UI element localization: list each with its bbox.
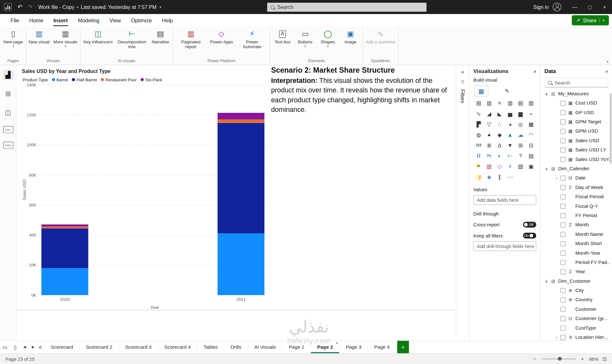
- field-period-fy-pad[interactable]: Period FY Pad...: [544, 258, 612, 267]
- collapse-ribbon-icon[interactable]: ∧: [606, 60, 609, 63]
- page-tab-page-1[interactable]: Page 1: [283, 341, 311, 353]
- field-checkbox[interactable]: [560, 297, 565, 302]
- text-box-button[interactable]: AText box: [271, 28, 294, 45]
- data-table-dim-calender[interactable]: ∨⊞Dim_Calender: [544, 164, 612, 173]
- page-tab-scorecard-2[interactable]: Scorecard 2: [80, 341, 119, 353]
- zoom-out-button[interactable]: −: [532, 356, 537, 362]
- legend-item-restaurant-pour[interactable]: Restaurant Pour: [101, 77, 137, 82]
- menu-tab-file[interactable]: File: [5, 14, 24, 26]
- field-month-year[interactable]: Month-Year: [544, 248, 612, 258]
- azure-map-icon[interactable]: ▲: [505, 130, 515, 139]
- field-checkbox[interactable]: [560, 241, 565, 246]
- field-checkbox[interactable]: [560, 269, 565, 274]
- field-fy-period[interactable]: FY Period: [544, 211, 612, 220]
- stacked-area-chart-icon[interactable]: ◣: [494, 109, 505, 118]
- image-button[interactable]: ▣Image: [339, 28, 362, 45]
- key-influencers-button[interactable]: ◫Key influencers: [81, 28, 114, 45]
- page-tab-tables[interactable]: Tables: [197, 341, 225, 353]
- zoom-slider-thumb[interactable]: [558, 357, 562, 360]
- ribbon-chart-icon[interactable]: ≈: [526, 109, 536, 118]
- page-tab-page-3[interactable]: Page 3: [340, 341, 368, 353]
- field-gp-usd[interactable]: ▦GP USD: [544, 108, 612, 117]
- custom-visual-2-icon[interactable]: ◈: [484, 172, 494, 181]
- decomposition-tree-button[interactable]: ⊢Decomposition tree: [115, 28, 149, 50]
- collapse-data-icon[interactable]: »: [605, 68, 608, 74]
- page-tab-page-4[interactable]: Page 4: [368, 341, 396, 353]
- field-checkbox[interactable]: [560, 213, 565, 218]
- share-button[interactable]: ↗ Share ∨: [572, 15, 609, 25]
- field-checkbox[interactable]: [560, 194, 565, 199]
- arcgis-map-icon[interactable]: ☁: [515, 130, 526, 139]
- page-tab-scorecard-3[interactable]: Scorecard 3: [119, 341, 158, 353]
- sign-in-link[interactable]: Sign in: [533, 4, 549, 10]
- line-and-clustered-column-chart-icon[interactable]: ▆: [515, 109, 526, 118]
- buttons-button[interactable]: ▭Buttons∨: [294, 28, 316, 50]
- field-gpm-usd[interactable]: ▦GPM USD: [544, 127, 612, 136]
- field-sales-usd-ly[interactable]: ▦Sales USD LY: [544, 145, 612, 155]
- pie-chart-icon[interactable]: ◕: [505, 120, 515, 128]
- new-page-button[interactable]: ▯New page∨: [2, 28, 25, 50]
- page-tab-drills[interactable]: Drills: [224, 341, 248, 353]
- report-canvas[interactable]: Sales USD by Year and Product Type Produ…: [16, 65, 456, 340]
- waterfall-chart-icon[interactable]: ▛: [473, 120, 484, 128]
- field-checkbox[interactable]: [560, 147, 565, 152]
- qa-visual-icon[interactable]: ?: [515, 151, 526, 160]
- field-cost-usd[interactable]: ▦Cost USD: [544, 98, 612, 108]
- field-checkbox[interactable]: [560, 138, 565, 143]
- field-fiscal-q-y[interactable]: Fiscal Q-Y: [544, 201, 612, 211]
- add-page-button[interactable]: +: [397, 341, 409, 353]
- field-checkbox[interactable]: [560, 100, 565, 106]
- power-apps-visual-icon[interactable]: ◇: [494, 162, 505, 170]
- get-more-visuals-icon[interactable]: ⋯: [505, 172, 515, 181]
- page-tab-e[interactable]: e: [38, 341, 45, 353]
- global-search[interactable]: [267, 3, 427, 12]
- area-chart-icon[interactable]: ◢: [484, 109, 494, 118]
- bar-segment-half-barrel-2020[interactable]: [41, 228, 88, 268]
- custom-visual-1-icon[interactable]: ◨: [473, 172, 484, 181]
- page-tab-page-2[interactable]: Page 2×: [311, 341, 340, 353]
- chevron-right-icon[interactable]: ›: [555, 335, 558, 339]
- field-checkbox[interactable]: [560, 129, 565, 134]
- field-custtype[interactable]: CustType: [544, 323, 612, 332]
- next-page-icon[interactable]: ▶: [29, 341, 38, 353]
- decomposition-tree-icon[interactable]: ⊢: [505, 151, 515, 160]
- smart-narrative-icon[interactable]: ▤: [526, 151, 536, 160]
- donut-chart-icon[interactable]: ◎: [515, 120, 526, 128]
- cross-report-toggle[interactable]: Off: [523, 222, 536, 228]
- field-checkbox[interactable]: [560, 307, 565, 312]
- line-and-stacked-column-chart-icon[interactable]: ▅: [505, 109, 515, 118]
- dax-query-view-icon[interactable]: DAX: [3, 126, 13, 133]
- card-icon[interactable]: 123: [473, 141, 484, 149]
- values-field-well[interactable]: Add data fields here: [473, 195, 536, 205]
- page-tab-ai-visuals[interactable]: AI Visuals: [248, 341, 283, 353]
- menu-tab-help[interactable]: Help: [157, 14, 178, 26]
- chevron-down-icon[interactable]: ∨: [544, 166, 548, 171]
- field-checkbox[interactable]: [560, 204, 565, 209]
- account-avatar-icon[interactable]: [553, 3, 561, 11]
- power-automate-visual-icon[interactable]: ⚡: [505, 162, 515, 170]
- narrative-button[interactable]: ▤Narrative: [149, 28, 172, 45]
- undo-icon[interactable]: ↶: [15, 4, 25, 11]
- 100-percent-stacked-bar-chart-icon[interactable]: ▤: [515, 99, 526, 107]
- metrics-icon[interactable]: ⚑: [473, 162, 484, 170]
- chevron-right-icon[interactable]: ›: [555, 176, 558, 180]
- scorecard-visual-icon[interactable]: ▧: [515, 162, 526, 170]
- custom-visual-3-icon[interactable]: ∥: [494, 172, 505, 181]
- gauge-icon[interactable]: ◠: [526, 130, 536, 139]
- data-search[interactable]: [544, 78, 608, 88]
- format-visual-tab[interactable]: ✎: [500, 85, 514, 96]
- tmdl-view-icon[interactable]: TMDL: [3, 142, 13, 149]
- field-month-name[interactable]: Month Name: [544, 229, 612, 239]
- bar-segment-barrel-2020[interactable]: [41, 268, 88, 295]
- matrix-icon[interactable]: ⊟: [526, 141, 536, 149]
- shapes-button[interactable]: ◯Shapes∨: [317, 28, 339, 50]
- image-visual-icon[interactable]: ▣: [526, 162, 536, 170]
- field-gpm-target[interactable]: ▦GPM Target: [544, 117, 612, 126]
- chevron-down-icon[interactable]: ∨: [544, 279, 548, 283]
- field-checkbox[interactable]: [560, 251, 565, 256]
- build-visual-tab[interactable]: ▦: [474, 85, 488, 96]
- field-checkbox[interactable]: [560, 325, 565, 331]
- shape-map-icon[interactable]: ◆: [494, 130, 505, 139]
- page-tab-scorecard-4[interactable]: Scorecard 4: [158, 341, 197, 353]
- paginated-report-button[interactable]: ▥Paginated report: [174, 28, 208, 50]
